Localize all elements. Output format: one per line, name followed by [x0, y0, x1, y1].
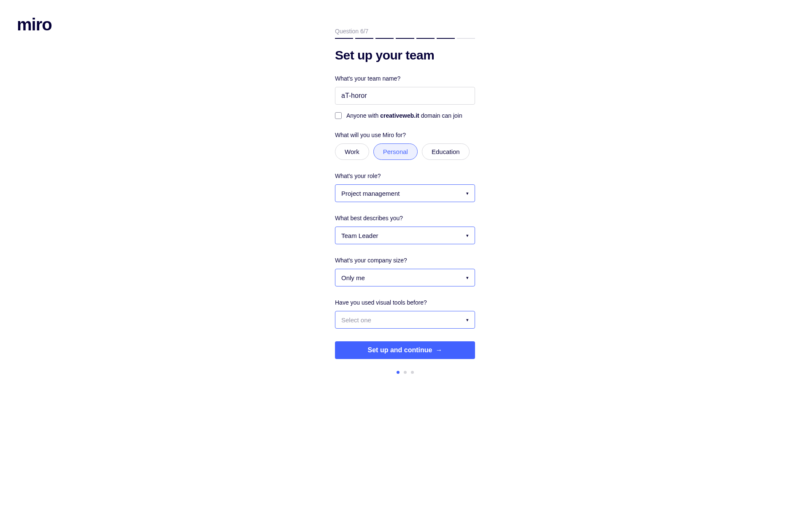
company-size-value: Only me [341, 274, 365, 281]
pager-dot[interactable] [411, 371, 414, 374]
company-size-select[interactable]: Only me ▾ [335, 269, 475, 286]
progress-segment [437, 38, 455, 39]
describes-select[interactable]: Team Leader ▾ [335, 227, 475, 244]
pager-dots [335, 371, 475, 374]
role-select[interactable]: Project management ▾ [335, 184, 475, 202]
progress-segment [396, 38, 414, 39]
progress-segment [375, 38, 394, 39]
visual-tools-select[interactable]: Select one ▾ [335, 311, 475, 329]
pager-dot[interactable] [404, 371, 407, 374]
progress-segment [457, 38, 475, 39]
visual-tools-label: Have you used visual tools before? [335, 299, 475, 306]
company-size-label: What's your company size? [335, 257, 475, 264]
chevron-down-icon: ▾ [466, 317, 469, 323]
role-label: What's your role? [335, 173, 475, 179]
domain-join-checkbox[interactable] [335, 112, 342, 119]
role-value: Project management [341, 190, 400, 197]
use-for-personal[interactable]: Personal [373, 143, 418, 160]
miro-logo: miro [17, 15, 52, 34]
progress-label: Question 6/7 [335, 28, 475, 35]
setup-continue-button[interactable]: Set up and continue → [335, 341, 475, 359]
use-for-education[interactable]: Education [422, 143, 470, 160]
submit-label: Set up and continue [368, 346, 432, 354]
chevron-down-icon: ▾ [466, 233, 469, 238]
progress-bar [335, 38, 475, 39]
team-name-input[interactable] [335, 87, 475, 105]
describes-label: What best describes you? [335, 215, 475, 221]
page-title: Set up your team [335, 48, 475, 62]
pager-dot[interactable] [397, 371, 400, 374]
domain-join-row[interactable]: Anyone with creativeweb.it domain can jo… [335, 112, 475, 119]
visual-tools-placeholder: Select one [341, 316, 371, 324]
domain-join-label: Anyone with creativeweb.it domain can jo… [346, 112, 462, 119]
use-for-options: Work Personal Education [335, 143, 475, 160]
progress-segment [335, 38, 353, 39]
chevron-down-icon: ▾ [466, 191, 469, 196]
use-for-label: What will you use Miro for? [335, 132, 475, 138]
use-for-work[interactable]: Work [335, 143, 369, 160]
arrow-right-icon: → [435, 346, 442, 354]
team-name-label: What's your team name? [335, 75, 475, 82]
describes-value: Team Leader [341, 232, 378, 239]
progress-segment [416, 38, 435, 39]
progress-segment [355, 38, 373, 39]
onboarding-form: Question 6/7 Set up your team What's you… [335, 0, 475, 374]
chevron-down-icon: ▾ [466, 275, 469, 281]
